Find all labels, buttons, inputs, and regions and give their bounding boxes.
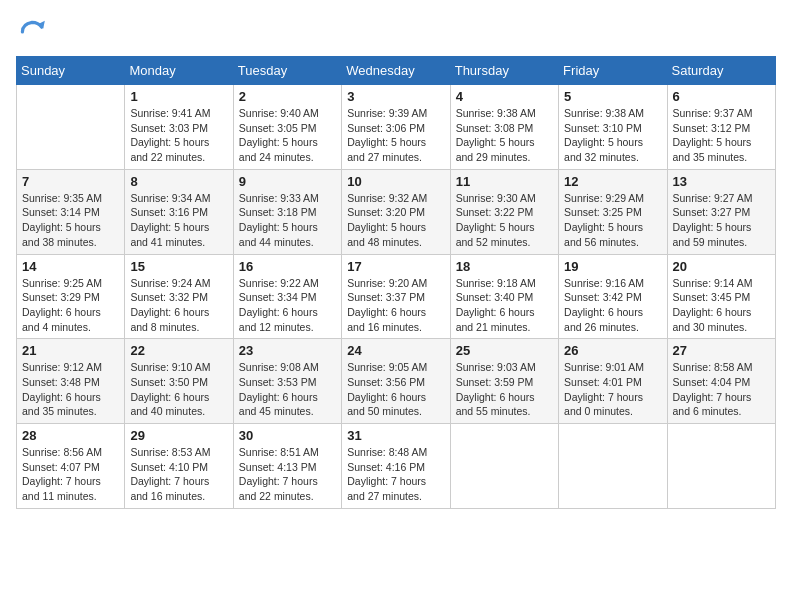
day-number: 2 [239, 89, 336, 104]
day-info: Sunrise: 9:41 AM Sunset: 3:03 PM Dayligh… [130, 106, 227, 165]
calendar-cell: 2Sunrise: 9:40 AM Sunset: 3:05 PM Daylig… [233, 85, 341, 170]
day-info: Sunrise: 9:16 AM Sunset: 3:42 PM Dayligh… [564, 276, 661, 335]
weekday-header-wednesday: Wednesday [342, 57, 450, 85]
day-info: Sunrise: 9:22 AM Sunset: 3:34 PM Dayligh… [239, 276, 336, 335]
calendar-cell: 23Sunrise: 9:08 AM Sunset: 3:53 PM Dayli… [233, 339, 341, 424]
day-info: Sunrise: 9:01 AM Sunset: 4:01 PM Dayligh… [564, 360, 661, 419]
calendar-cell: 24Sunrise: 9:05 AM Sunset: 3:56 PM Dayli… [342, 339, 450, 424]
week-row-3: 14Sunrise: 9:25 AM Sunset: 3:29 PM Dayli… [17, 254, 776, 339]
day-number: 19 [564, 259, 661, 274]
calendar-cell: 28Sunrise: 8:56 AM Sunset: 4:07 PM Dayli… [17, 424, 125, 509]
weekday-header-tuesday: Tuesday [233, 57, 341, 85]
calendar-cell: 27Sunrise: 8:58 AM Sunset: 4:04 PM Dayli… [667, 339, 775, 424]
calendar-cell: 16Sunrise: 9:22 AM Sunset: 3:34 PM Dayli… [233, 254, 341, 339]
day-info: Sunrise: 8:53 AM Sunset: 4:10 PM Dayligh… [130, 445, 227, 504]
day-info: Sunrise: 9:10 AM Sunset: 3:50 PM Dayligh… [130, 360, 227, 419]
day-info: Sunrise: 9:29 AM Sunset: 3:25 PM Dayligh… [564, 191, 661, 250]
weekday-header-monday: Monday [125, 57, 233, 85]
day-info: Sunrise: 9:35 AM Sunset: 3:14 PM Dayligh… [22, 191, 119, 250]
day-info: Sunrise: 9:32 AM Sunset: 3:20 PM Dayligh… [347, 191, 444, 250]
calendar-cell: 19Sunrise: 9:16 AM Sunset: 3:42 PM Dayli… [559, 254, 667, 339]
calendar-cell: 17Sunrise: 9:20 AM Sunset: 3:37 PM Dayli… [342, 254, 450, 339]
logo-icon [16, 16, 48, 48]
day-number: 15 [130, 259, 227, 274]
calendar-cell: 4Sunrise: 9:38 AM Sunset: 3:08 PM Daylig… [450, 85, 558, 170]
day-info: Sunrise: 9:38 AM Sunset: 3:10 PM Dayligh… [564, 106, 661, 165]
day-info: Sunrise: 9:38 AM Sunset: 3:08 PM Dayligh… [456, 106, 553, 165]
day-number: 11 [456, 174, 553, 189]
calendar-cell: 3Sunrise: 9:39 AM Sunset: 3:06 PM Daylig… [342, 85, 450, 170]
day-info: Sunrise: 8:58 AM Sunset: 4:04 PM Dayligh… [673, 360, 770, 419]
calendar-cell: 10Sunrise: 9:32 AM Sunset: 3:20 PM Dayli… [342, 169, 450, 254]
day-number: 29 [130, 428, 227, 443]
day-info: Sunrise: 9:30 AM Sunset: 3:22 PM Dayligh… [456, 191, 553, 250]
calendar-cell: 26Sunrise: 9:01 AM Sunset: 4:01 PM Dayli… [559, 339, 667, 424]
calendar-cell: 15Sunrise: 9:24 AM Sunset: 3:32 PM Dayli… [125, 254, 233, 339]
day-number: 28 [22, 428, 119, 443]
calendar-cell: 20Sunrise: 9:14 AM Sunset: 3:45 PM Dayli… [667, 254, 775, 339]
calendar-cell: 18Sunrise: 9:18 AM Sunset: 3:40 PM Dayli… [450, 254, 558, 339]
calendar-cell: 13Sunrise: 9:27 AM Sunset: 3:27 PM Dayli… [667, 169, 775, 254]
day-info: Sunrise: 9:40 AM Sunset: 3:05 PM Dayligh… [239, 106, 336, 165]
week-row-4: 21Sunrise: 9:12 AM Sunset: 3:48 PM Dayli… [17, 339, 776, 424]
header [16, 16, 776, 48]
logo [16, 16, 52, 48]
day-number: 23 [239, 343, 336, 358]
day-info: Sunrise: 9:24 AM Sunset: 3:32 PM Dayligh… [130, 276, 227, 335]
day-number: 9 [239, 174, 336, 189]
weekday-header-row: SundayMondayTuesdayWednesdayThursdayFrid… [17, 57, 776, 85]
day-number: 18 [456, 259, 553, 274]
day-number: 30 [239, 428, 336, 443]
day-number: 27 [673, 343, 770, 358]
weekday-header-thursday: Thursday [450, 57, 558, 85]
day-number: 6 [673, 89, 770, 104]
day-info: Sunrise: 9:12 AM Sunset: 3:48 PM Dayligh… [22, 360, 119, 419]
day-number: 10 [347, 174, 444, 189]
calendar-cell: 12Sunrise: 9:29 AM Sunset: 3:25 PM Dayli… [559, 169, 667, 254]
day-number: 26 [564, 343, 661, 358]
day-info: Sunrise: 9:33 AM Sunset: 3:18 PM Dayligh… [239, 191, 336, 250]
calendar-cell [450, 424, 558, 509]
day-number: 14 [22, 259, 119, 274]
day-number: 3 [347, 89, 444, 104]
calendar-cell: 11Sunrise: 9:30 AM Sunset: 3:22 PM Dayli… [450, 169, 558, 254]
calendar-cell: 5Sunrise: 9:38 AM Sunset: 3:10 PM Daylig… [559, 85, 667, 170]
day-number: 24 [347, 343, 444, 358]
day-info: Sunrise: 9:05 AM Sunset: 3:56 PM Dayligh… [347, 360, 444, 419]
day-number: 1 [130, 89, 227, 104]
calendar-cell: 1Sunrise: 9:41 AM Sunset: 3:03 PM Daylig… [125, 85, 233, 170]
day-number: 17 [347, 259, 444, 274]
calendar-cell [559, 424, 667, 509]
calendar-cell: 31Sunrise: 8:48 AM Sunset: 4:16 PM Dayli… [342, 424, 450, 509]
day-number: 22 [130, 343, 227, 358]
day-number: 4 [456, 89, 553, 104]
day-info: Sunrise: 9:37 AM Sunset: 3:12 PM Dayligh… [673, 106, 770, 165]
day-info: Sunrise: 9:14 AM Sunset: 3:45 PM Dayligh… [673, 276, 770, 335]
day-number: 20 [673, 259, 770, 274]
day-info: Sunrise: 9:34 AM Sunset: 3:16 PM Dayligh… [130, 191, 227, 250]
weekday-header-friday: Friday [559, 57, 667, 85]
week-row-2: 7Sunrise: 9:35 AM Sunset: 3:14 PM Daylig… [17, 169, 776, 254]
week-row-5: 28Sunrise: 8:56 AM Sunset: 4:07 PM Dayli… [17, 424, 776, 509]
day-number: 31 [347, 428, 444, 443]
calendar-cell [667, 424, 775, 509]
day-number: 13 [673, 174, 770, 189]
day-info: Sunrise: 9:08 AM Sunset: 3:53 PM Dayligh… [239, 360, 336, 419]
calendar-cell: 25Sunrise: 9:03 AM Sunset: 3:59 PM Dayli… [450, 339, 558, 424]
calendar-cell: 14Sunrise: 9:25 AM Sunset: 3:29 PM Dayli… [17, 254, 125, 339]
day-number: 16 [239, 259, 336, 274]
weekday-header-sunday: Sunday [17, 57, 125, 85]
day-info: Sunrise: 9:18 AM Sunset: 3:40 PM Dayligh… [456, 276, 553, 335]
calendar-cell: 7Sunrise: 9:35 AM Sunset: 3:14 PM Daylig… [17, 169, 125, 254]
day-number: 5 [564, 89, 661, 104]
day-number: 7 [22, 174, 119, 189]
day-number: 21 [22, 343, 119, 358]
day-number: 25 [456, 343, 553, 358]
day-number: 12 [564, 174, 661, 189]
calendar-cell: 8Sunrise: 9:34 AM Sunset: 3:16 PM Daylig… [125, 169, 233, 254]
day-info: Sunrise: 9:27 AM Sunset: 3:27 PM Dayligh… [673, 191, 770, 250]
day-info: Sunrise: 9:25 AM Sunset: 3:29 PM Dayligh… [22, 276, 119, 335]
week-row-1: 1Sunrise: 9:41 AM Sunset: 3:03 PM Daylig… [17, 85, 776, 170]
calendar-cell: 6Sunrise: 9:37 AM Sunset: 3:12 PM Daylig… [667, 85, 775, 170]
day-info: Sunrise: 9:03 AM Sunset: 3:59 PM Dayligh… [456, 360, 553, 419]
